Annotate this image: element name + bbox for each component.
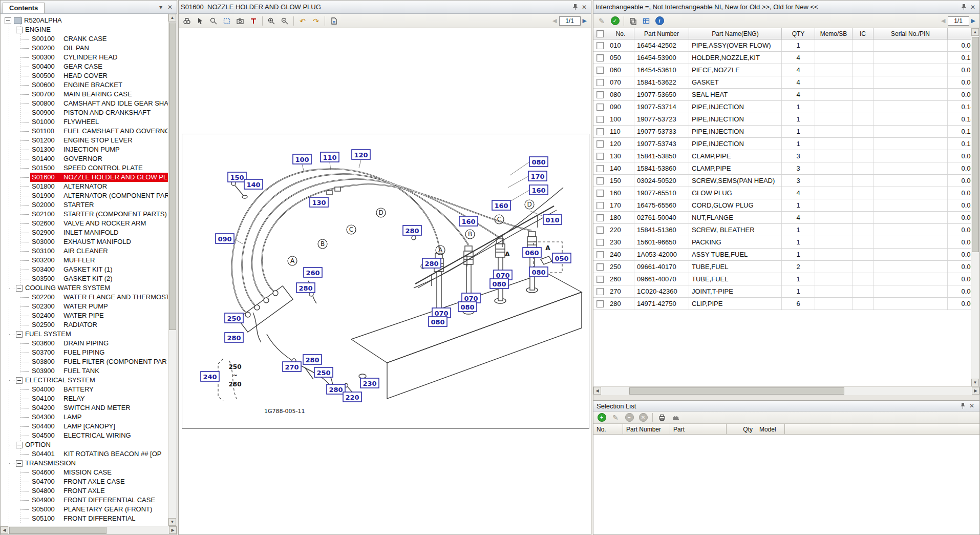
parts-row-130[interactable]: 13015841-53850CLAMP,PIPE30.008 bbox=[593, 150, 971, 162]
tree-item-S02400[interactable]: S02400WATER PIPE bbox=[1, 311, 168, 320]
part-callout-070[interactable]: 070 bbox=[494, 270, 512, 280]
tree-section-electrical-system[interactable]: ELECTRICAL SYSTEM bbox=[1, 376, 168, 385]
part-callout-070[interactable]: 070 bbox=[432, 308, 451, 318]
part-callout-010[interactable]: 010 bbox=[543, 215, 562, 224]
part-callout-270[interactable]: 270 bbox=[283, 362, 301, 372]
pin-icon[interactable] bbox=[959, 3, 968, 12]
parts-row-170[interactable]: 17016475-65560CORD,GLOW PLUG10.020 bbox=[593, 199, 971, 212]
row-checkbox[interactable] bbox=[596, 227, 604, 234]
edit-button[interactable]: ✎ bbox=[595, 15, 608, 27]
tree-item-S00600[interactable]: S00600ENGINE BRACKET bbox=[1, 80, 168, 90]
tree-item-S00500[interactable]: S00500HEAD COVER bbox=[1, 71, 168, 80]
tree-expander-icon[interactable] bbox=[16, 442, 23, 448]
part-callout-080[interactable]: 080 bbox=[529, 157, 548, 167]
tree-item-S01600[interactable]: S01600NOZZLE HOLDER AND GLOW PL bbox=[1, 173, 168, 182]
column-header-ic[interactable]: IC bbox=[853, 28, 874, 39]
part-callout-080[interactable]: 080 bbox=[529, 267, 548, 277]
tree-item-S02900[interactable]: S02900INLET MANIFOLD bbox=[1, 228, 168, 237]
remove-button[interactable]: − bbox=[623, 411, 635, 424]
row-checkbox[interactable] bbox=[596, 177, 604, 184]
tree-root-R520ALPHA[interactable]: R520ALPHA bbox=[1, 16, 168, 25]
selection-column-part-number[interactable]: Part Number bbox=[623, 424, 670, 435]
parts-row-260[interactable]: 26009661-40070TUBE,FUEL10.003 bbox=[593, 273, 971, 285]
column-header-kg[interactable]: Kg bbox=[948, 28, 971, 39]
tree-item-S01500[interactable]: S01500SPEED CONTROL PLATE bbox=[1, 163, 168, 173]
scroll-thumb[interactable] bbox=[9, 527, 106, 534]
scroll-right-button[interactable]: ▶ bbox=[972, 387, 979, 395]
column-header-no[interactable]: No. bbox=[607, 28, 634, 39]
parts-row-080[interactable]: 08019077-53650SEAL HEAT40.002 bbox=[593, 89, 971, 101]
row-checkbox[interactable] bbox=[596, 165, 604, 172]
row-checkbox[interactable] bbox=[596, 128, 604, 135]
part-callout-250[interactable]: 250 bbox=[314, 367, 333, 377]
tree-item-S03400[interactable]: S03400GASKET KIT (1) bbox=[1, 265, 168, 274]
parts-row-090[interactable]: 09019077-53714PIPE,INJECTION10.140 bbox=[593, 101, 971, 113]
part-callout-280[interactable]: 280 bbox=[403, 225, 421, 235]
tree-item-S00400[interactable]: S00400GEAR CASE bbox=[1, 62, 168, 71]
row-checkbox[interactable] bbox=[596, 202, 604, 209]
selection-column-no-[interactable]: No. bbox=[593, 424, 623, 435]
next-page-button[interactable]: ▶ bbox=[971, 17, 975, 24]
tree-item-S05100[interactable]: S05100FRONT DIFFERENTIAL bbox=[1, 514, 168, 523]
row-checkbox[interactable] bbox=[596, 140, 604, 148]
tree-item-S03800[interactable]: S03800FUEL FILTER (COMPONENT PAR bbox=[1, 357, 168, 366]
tree-section-fuel-system[interactable]: FUEL SYSTEM bbox=[1, 330, 168, 339]
snapshot-button[interactable] bbox=[234, 15, 246, 27]
row-checkbox[interactable] bbox=[596, 263, 604, 271]
tree-item-S03500[interactable]: S03500GASKET KIT (2) bbox=[1, 274, 168, 283]
tree-item-S00900[interactable]: S00900PISTON AND CRANKSHAFT bbox=[1, 108, 168, 117]
part-callout-250[interactable]: 250 bbox=[225, 313, 243, 323]
scroll-down-button[interactable]: ▼ bbox=[971, 379, 979, 386]
scroll-right-button[interactable]: ▶ bbox=[169, 526, 177, 534]
part-callout-080[interactable]: 080 bbox=[458, 302, 477, 312]
tree-item-S00700[interactable]: S00700MAIN BEARING CASE bbox=[1, 90, 168, 99]
contents-menu-button[interactable]: ▾ bbox=[156, 3, 165, 12]
selection-column-model[interactable]: Model bbox=[756, 424, 785, 435]
tree-item-S04900[interactable]: S04900FRONT DIFFERENTIAL CASE bbox=[1, 496, 168, 505]
column-header-memo-sb[interactable]: Memo/SB bbox=[815, 28, 853, 39]
part-callout-280[interactable]: 280 bbox=[327, 384, 345, 394]
zoom-in-button[interactable] bbox=[265, 15, 278, 27]
part-callout-160[interactable]: 160 bbox=[459, 216, 478, 226]
parts-table-header[interactable]: No.Part NumberPart Name(ENG)QTYMemo/SBIC… bbox=[593, 28, 971, 39]
tree-expander-icon[interactable] bbox=[16, 27, 23, 33]
selection-close-button[interactable]: ✕ bbox=[967, 401, 976, 410]
tree-item-S01800[interactable]: S01800ALTERNATOR bbox=[1, 182, 168, 191]
parts-diagram[interactable]: 1001101201501401300902602802502802702802… bbox=[182, 134, 589, 428]
tree-item-S01400[interactable]: S01400GOVERNOR bbox=[1, 154, 168, 163]
selection-list-header[interactable]: No.Part NumberPartQtyModel bbox=[593, 424, 979, 435]
part-callout-090[interactable]: 090 bbox=[216, 234, 234, 243]
tree-item-S01900[interactable]: S01900ALTERNATOR (COMPONENT PAR bbox=[1, 191, 168, 200]
column-header-part-number[interactable]: Part Number bbox=[634, 28, 689, 39]
tree-item-S02100[interactable]: S02100STARTER (COMPONENT PARTS) bbox=[1, 210, 168, 219]
parts-row-070[interactable]: 07015841-53622GASKET40.002 bbox=[593, 76, 971, 89]
tree-item-S00300[interactable]: S00300CYLINDER HEAD bbox=[1, 53, 168, 62]
figure-close-button[interactable]: ✕ bbox=[580, 3, 589, 12]
parts-row-050[interactable]: 05016454-53900HOLDER,NOZZLE,KIT40.135 bbox=[593, 52, 971, 64]
tree-item-S03000[interactable]: S03000EXHAUST MANIFOLD bbox=[1, 237, 168, 246]
part-callout-260[interactable]: 260 bbox=[304, 268, 322, 277]
tree-item-S01200[interactable]: S01200ENGINE STOP LEVER bbox=[1, 136, 168, 145]
tree-item-S03600[interactable]: S03600DRAIN PIPING bbox=[1, 339, 168, 348]
measure-button[interactable] bbox=[670, 411, 682, 424]
parts-row-240[interactable]: 2401A053-42000ASSY TUBE,FUEL10.030 bbox=[593, 249, 971, 261]
part-callout-080[interactable]: 080 bbox=[490, 279, 508, 289]
tree-item-S03700[interactable]: S03700FUEL PIPING bbox=[1, 348, 168, 357]
part-callout-230[interactable]: 230 bbox=[360, 378, 379, 388]
info-button[interactable]: i bbox=[653, 15, 666, 27]
scroll-left-button[interactable]: ◀ bbox=[593, 387, 601, 395]
tree-item-S04800[interactable]: S04800FRONT AXLE bbox=[1, 486, 168, 496]
row-checkbox[interactable] bbox=[596, 67, 604, 74]
part-callout-070[interactable]: 070 bbox=[462, 293, 480, 303]
part-callout-280[interactable]: 280 bbox=[303, 355, 322, 364]
column-header-part-name[interactable]: Part Name(ENG) bbox=[689, 28, 782, 39]
tree-item-S00200[interactable]: S00200OIL PAN bbox=[1, 44, 168, 53]
row-checkbox[interactable] bbox=[596, 214, 604, 221]
parts-row-230[interactable]: 23015601-96650PACKING10.001 bbox=[593, 236, 971, 249]
confirm-button[interactable]: ✓ bbox=[609, 15, 621, 27]
tree-expander-icon[interactable] bbox=[16, 460, 23, 467]
row-checkbox[interactable] bbox=[596, 116, 604, 123]
scroll-thumb[interactable] bbox=[169, 23, 176, 330]
parts-row-270[interactable]: 2701C020-42360JOINT,T-PIPE10.002 bbox=[593, 285, 971, 298]
pointer-tool-button[interactable] bbox=[194, 15, 206, 27]
